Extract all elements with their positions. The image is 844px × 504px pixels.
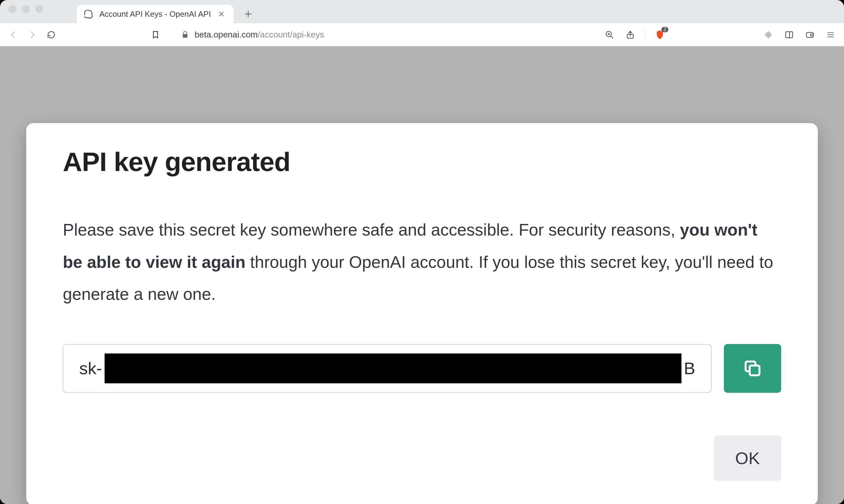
api-key-prefix: sk- — [79, 358, 102, 378]
modal-title: API key generated — [63, 146, 781, 177]
tab-strip: Account API Keys - OpenAI API — [0, 0, 844, 23]
browser-toolbar: beta.openai.com/account/api-keys 2 — [0, 23, 844, 46]
openai-favicon-icon — [84, 9, 94, 19]
reload-button[interactable] — [45, 29, 57, 41]
window-controls — [8, 5, 43, 13]
api-key-row: sk- B — [63, 344, 781, 393]
ok-button[interactable]: OK — [714, 435, 781, 481]
address-bar-wrap: beta.openai.com/account/api-keys — [150, 29, 597, 41]
tab-close-icon[interactable] — [216, 9, 226, 19]
api-key-field[interactable]: sk- B — [63, 344, 712, 393]
browser-window: Account API Keys - OpenAI API — [0, 0, 844, 504]
modal-body-pre: Please save this secret key somewhere sa… — [63, 220, 680, 239]
extensions-icon[interactable] — [762, 29, 774, 41]
svg-rect-8 — [811, 34, 813, 36]
brave-shield-icon[interactable]: 2 — [654, 29, 666, 41]
wallet-icon[interactable] — [804, 29, 816, 41]
url-text: beta.openai.com/account/api-keys — [195, 30, 324, 40]
address-bar[interactable]: beta.openai.com/account/api-keys — [181, 30, 324, 40]
shield-count-badge: 2 — [661, 27, 668, 32]
window-close-icon[interactable] — [8, 5, 16, 13]
api-key-redacted — [105, 354, 682, 383]
zoom-icon[interactable] — [603, 29, 616, 41]
copy-button[interactable] — [724, 344, 781, 393]
browser-tab[interactable]: Account API Keys - OpenAI API — [77, 5, 233, 23]
back-button[interactable] — [7, 29, 19, 41]
modal-body: Please save this secret key somewhere sa… — [63, 214, 781, 310]
svg-rect-12 — [750, 365, 759, 375]
svg-line-1 — [611, 36, 613, 38]
share-icon[interactable] — [624, 29, 636, 41]
svg-rect-7 — [807, 32, 813, 37]
tab-title: Account API Keys - OpenAI API — [100, 10, 211, 19]
url-host: beta.openai.com — [195, 30, 258, 39]
api-key-modal: API key generated Please save this secre… — [26, 123, 818, 504]
toolbar-separator — [645, 29, 645, 40]
sidebar-icon[interactable] — [783, 29, 795, 41]
forward-button[interactable] — [26, 29, 38, 41]
lock-icon — [181, 31, 189, 39]
page-viewport: we've found has leaked publicly. API key… — [0, 46, 844, 504]
modal-footer: OK — [63, 435, 781, 481]
toolbar-right: 2 — [603, 29, 837, 41]
bookmark-icon[interactable] — [150, 29, 162, 41]
new-tab-button[interactable] — [239, 5, 257, 23]
window-minimize-icon[interactable] — [22, 5, 30, 13]
url-path: /account/api-keys — [258, 30, 324, 39]
window-maximize-icon[interactable] — [35, 5, 43, 13]
copy-icon — [743, 359, 762, 378]
api-key-suffix: B — [684, 358, 695, 378]
menu-icon[interactable] — [825, 29, 837, 41]
